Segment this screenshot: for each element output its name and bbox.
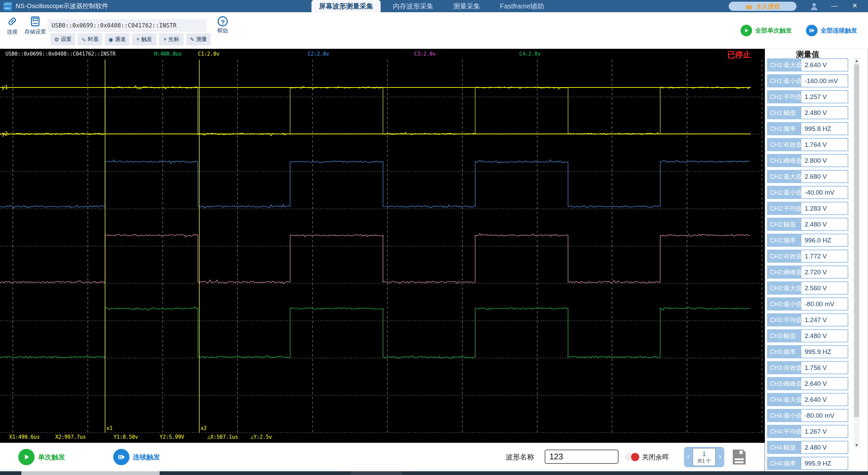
app-icon: OSC — [3, 2, 12, 11]
measurement-row-25: CH4:频率995.9 HZ — [767, 457, 848, 470]
measurement-label: CH2:峰峰值 — [767, 266, 801, 278]
measurement-label: CH3:频率 — [767, 345, 801, 358]
scope-display[interactable]: y1y2x1x2 USB0::0x0699::0x0408::C041762::… — [0, 49, 765, 443]
tab-2[interactable]: 测量采集 — [446, 0, 488, 12]
license-label: 永久授权 — [756, 2, 781, 11]
measurement-value: 2.680 V — [801, 170, 848, 183]
toolbar-button-5[interactable]: ✎测量 — [186, 33, 211, 45]
measurement-label: CH1:最大值 — [767, 59, 801, 71]
waveform-plot[interactable]: y1y2x1x2 — [0, 49, 765, 443]
license-badge[interactable]: 永久授权 — [729, 2, 796, 11]
trace-CH2 — [0, 160, 750, 208]
wave-name-label: 波形名称 — [506, 443, 534, 471]
时基-icon: ∿ — [81, 36, 86, 43]
save-waveform-button[interactable] — [731, 448, 748, 466]
cursor-readout-2: Y1:8.50v — [114, 434, 138, 440]
cursor-x1-label: x1 — [106, 425, 113, 431]
trigger-all-continuous-button[interactable]: 全部连续触发 — [806, 25, 857, 36]
measurement-value: 2.560 V — [801, 282, 848, 294]
toolbar-button-2[interactable]: ◉通道 — [105, 33, 129, 45]
trace-CH4 — [0, 307, 750, 359]
measurement-value: 2.480 V — [801, 106, 848, 119]
persistence-toggle[interactable] — [625, 453, 639, 461]
measurement-label: CH3:幅值 — [767, 330, 801, 342]
tab-1[interactable]: 内存波形采集 — [385, 0, 441, 12]
toolbar-button-0[interactable]: ⚙设置 — [51, 33, 75, 45]
pager-next-icon[interactable]: › — [715, 447, 724, 467]
tab-bar: 屏幕波形测量采集内存波形采集测量采集Fastframe辅助 — [311, 0, 556, 12]
measurement-value: 2.480 V — [801, 330, 848, 342]
trace-CH3 — [0, 234, 750, 284]
measurement-label: CH3:最大值 — [767, 282, 801, 294]
measurement-row-8: CH2:最小值-40.00 mV — [767, 186, 848, 199]
measurement-row-22: CH4:最小值-80.00 mV — [767, 409, 848, 422]
minimize-button[interactable]: — — [827, 0, 842, 12]
toolbar-button-3[interactable]: ×触发 — [132, 33, 157, 45]
cursor-y2-label: y2 — [2, 131, 8, 137]
toolbar-button-label: 时基 — [88, 36, 99, 43]
scroll-down-icon[interactable]: ▼ — [854, 442, 860, 448]
pager-total: 共1 个 — [698, 458, 711, 464]
toolbar-button-label: 光标 — [168, 36, 179, 43]
measurement-value: -160.00 mV — [801, 75, 848, 87]
pager-prev-icon[interactable]: ‹ — [684, 447, 693, 467]
link-icon — [6, 16, 18, 27]
tab-3[interactable]: Fastframe辅助 — [492, 0, 551, 12]
help-icon: ? — [218, 16, 228, 26]
waveform-pager: ‹ 1 共1 个 › — [684, 447, 724, 467]
bottom-control-bar: 单次触发 连续触发 波形名称 关闭余晖 ‹ 1 共1 个 › — [0, 443, 765, 471]
user-icon[interactable] — [809, 2, 819, 11]
tab-0[interactable]: 屏幕波形测量采集 — [311, 0, 381, 12]
visa-address-input[interactable] — [47, 19, 207, 32]
measurement-row-6: CH1:峰峰值2.800 V — [767, 154, 848, 167]
measurement-value: 2.800 V — [801, 154, 848, 167]
cursor-y1-label: y1 — [2, 84, 8, 91]
scale-label-4: C4:2.0v — [519, 51, 541, 57]
single-trigger-button[interactable]: 单次触发 — [18, 449, 65, 465]
titlebar: OSC NS-Oscilloscope示波器控制软件 屏幕波形测量采集内存波形采… — [0, 0, 868, 12]
触发-icon: × — [136, 36, 139, 42]
measurement-value: 1.756 V — [801, 361, 848, 374]
measurement-scrollbar[interactable]: ▲ ▼ — [854, 58, 860, 448]
bottom-scrollbar-thumb[interactable] — [21, 471, 160, 475]
cursor-readout-1: X2:997.7us — [55, 434, 86, 440]
measurement-value: 995.8 HZ — [801, 122, 848, 135]
measurement-value: 1.772 V — [801, 250, 848, 262]
storage-icon — [29, 16, 41, 27]
toolbar-button-4[interactable]: ⌖光标 — [159, 33, 184, 45]
measurement-label: CH1:幅值 — [767, 106, 801, 119]
trigger-all-continuous-label: 全部连续触发 — [821, 26, 857, 35]
measurement-label: CH1:有效值 — [767, 138, 801, 151]
close-button[interactable]: ✕ — [847, 0, 862, 12]
toolbar-button-1[interactable]: ∿时基 — [78, 33, 102, 45]
wave-name-input[interactable] — [545, 450, 619, 464]
measurement-label: CH4:幅值 — [767, 441, 801, 454]
storage-settings-button[interactable]: 存储设置 — [23, 16, 47, 36]
continuous-trigger-button[interactable]: 连续触发 — [113, 449, 160, 465]
connect-button[interactable]: 连接 — [3, 16, 21, 36]
measurement-label: CH2:平均值 — [767, 202, 801, 215]
scrollbar-thumb[interactable] — [854, 64, 859, 417]
measurement-label: CH2:最大值 — [767, 170, 801, 183]
scale-label-0: H:400.0us — [154, 51, 182, 57]
measurement-row-0: CH1:最大值2.640 V — [767, 58, 848, 72]
cursor-x2-label: x2 — [201, 425, 207, 431]
measurement-row-23: CH4:平均值1.267 V — [767, 425, 848, 438]
measurement-row-19: CH3:有效值1.756 V — [767, 361, 848, 374]
measurement-row-10: CH2:幅值2.480 V — [767, 218, 848, 231]
bottom-scrollbar-segment — [351, 471, 402, 475]
measurement-row-3: CH1:幅值2.480 V — [767, 106, 848, 119]
scroll-up-icon[interactable]: ▲ — [854, 58, 860, 64]
measurement-value: 2.720 V — [801, 266, 848, 278]
window-bottom-scrollbar[interactable] — [0, 471, 868, 475]
measurement-label: CH4:平均值 — [767, 425, 801, 438]
cursor-readout-3: Y2:5.99V — [160, 434, 184, 440]
measurement-row-15: CH3:最小值-80.00 mV — [767, 297, 848, 311]
help-button[interactable]: ? 帮助 — [214, 16, 231, 35]
measurement-value: 2.640 V — [801, 393, 848, 406]
measurement-row-14: CH3:最大值2.560 V — [767, 281, 848, 295]
trigger-all-single-button[interactable]: 全部单次触发 — [741, 25, 792, 36]
measurement-label: CH2:最小值 — [767, 186, 801, 199]
光标-icon: ⌖ — [163, 36, 166, 42]
save-icon — [731, 448, 748, 466]
